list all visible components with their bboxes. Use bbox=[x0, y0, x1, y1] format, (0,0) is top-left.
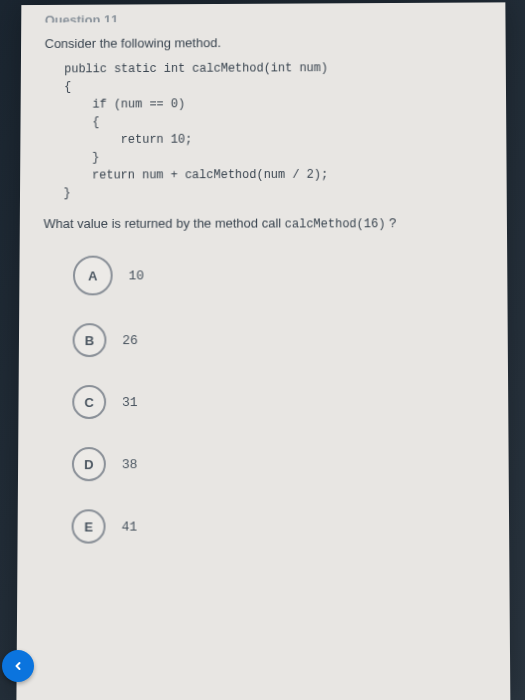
option-text: 26 bbox=[122, 333, 138, 348]
option-b[interactable]: B 26 bbox=[73, 323, 484, 357]
option-letter: A bbox=[73, 256, 113, 296]
option-text: 31 bbox=[122, 395, 138, 410]
prev-button[interactable] bbox=[2, 650, 34, 682]
question-pre: What value is returned by the method cal… bbox=[43, 216, 284, 231]
option-text: 10 bbox=[129, 268, 145, 283]
question-page: Question 11 Consider the following metho… bbox=[16, 2, 510, 700]
prompt-text: Consider the following method. bbox=[45, 34, 482, 51]
question-header: Question 11 bbox=[45, 10, 482, 22]
option-c[interactable]: C 31 bbox=[72, 385, 484, 419]
question-code: calcMethod(16) bbox=[285, 217, 386, 231]
chevron-left-icon bbox=[12, 660, 24, 672]
question-text: What value is returned by the method cal… bbox=[43, 215, 482, 232]
option-letter: C bbox=[72, 385, 106, 419]
option-a[interactable]: A 10 bbox=[73, 255, 483, 296]
option-letter: B bbox=[73, 323, 107, 357]
option-text: 41 bbox=[122, 519, 138, 534]
options-list: A 10 B 26 C 31 D 38 E 41 bbox=[71, 255, 484, 545]
code-block: public static int calcMethod(int num) { … bbox=[63, 59, 482, 203]
option-letter: D bbox=[72, 447, 106, 481]
option-letter: E bbox=[71, 509, 105, 543]
option-d[interactable]: D 38 bbox=[72, 447, 485, 482]
question-post: ? bbox=[385, 215, 396, 230]
option-text: 38 bbox=[122, 457, 138, 472]
option-e[interactable]: E 41 bbox=[71, 509, 484, 544]
